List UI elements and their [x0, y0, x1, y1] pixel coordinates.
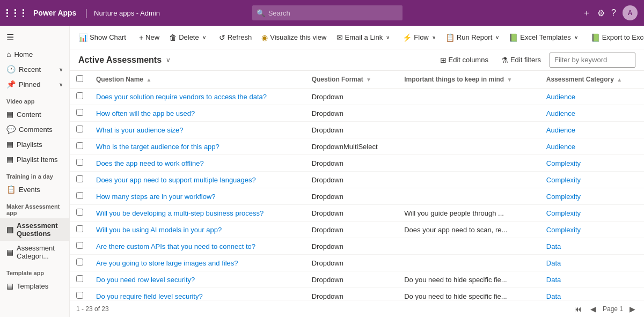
email-link-button[interactable]: ✉ Email a Link ∨ [332, 31, 394, 45]
question-name-link-4[interactable]: Does the app need to work offline? [96, 159, 204, 167]
col-question-format[interactable]: Question Format ▼ [305, 71, 398, 89]
category-link-11[interactable]: Data [546, 276, 561, 284]
row-check-9[interactable] [76, 242, 83, 249]
row-check-1[interactable] [76, 109, 83, 116]
row-checkbox-5[interactable] [70, 172, 90, 188]
question-name-link-12[interactable]: Do you require field level security? [96, 292, 203, 300]
col-question-name[interactable]: Question Name ▲ [90, 71, 305, 89]
top-bar-actions: ＋ ⚙ ? A [582, 5, 638, 20]
sidebar-item-playlists[interactable]: ▤ Playlists [0, 137, 69, 152]
category-link-6[interactable]: Complexity [546, 193, 581, 201]
question-name-link-11[interactable]: Do you need row level security? [96, 276, 195, 284]
settings-icon[interactable]: ⚙ [597, 8, 605, 18]
new-button[interactable]: + New [135, 31, 164, 45]
row-check-6[interactable] [76, 192, 83, 199]
view-title-caret-icon[interactable]: ∨ [166, 56, 171, 64]
question-format-cell-12: Dropdown [305, 288, 398, 300]
category-link-5[interactable]: Complexity [546, 176, 581, 184]
question-name-link-10[interactable]: Are you going to store large images and … [96, 259, 238, 267]
row-check-3[interactable] [76, 142, 83, 149]
sidebar-item-recent[interactable]: 🕐 Recent ∨ [0, 62, 69, 77]
sidebar-item-assessment-questions[interactable]: ▤ Assessment Questions [0, 218, 69, 241]
category-link-9[interactable]: Data [546, 242, 561, 250]
refresh-button[interactable]: ↺ Refresh [215, 31, 257, 45]
category-link-0[interactable]: Audience [546, 93, 575, 101]
row-checkbox-1[interactable] [70, 105, 90, 122]
category-link-2[interactable]: Audience [546, 126, 575, 134]
category-link-4[interactable]: Complexity [546, 159, 581, 167]
avatar[interactable]: A [623, 5, 638, 20]
row-check-8[interactable] [76, 225, 83, 232]
run-report-label: Run Report [457, 33, 492, 41]
help-icon[interactable]: ? [611, 8, 616, 18]
row-check-7[interactable] [76, 209, 83, 216]
filter-keyword-input[interactable] [550, 53, 635, 68]
prev-page-button[interactable]: ◀ [588, 304, 598, 314]
question-name-link-9[interactable]: Are there custom APIs that you need to c… [96, 242, 255, 250]
select-all-checkbox[interactable] [76, 75, 83, 82]
row-checkbox-3[interactable] [70, 138, 90, 155]
category-link-12[interactable]: Data [546, 292, 561, 300]
row-checkbox-11[interactable] [70, 271, 90, 288]
sidebar-item-content[interactable]: ▤ Content [0, 107, 69, 122]
first-page-button[interactable]: ⏮ [572, 304, 584, 314]
sidebar-item-templates[interactable]: ▤ Templates [0, 278, 69, 293]
question-name-link-3[interactable]: Who is the target audience for this app? [96, 143, 219, 151]
col-assessment-category[interactable]: Assessment Category ▲ [540, 71, 644, 89]
row-checkbox-8[interactable] [70, 222, 90, 238]
visualize-button[interactable]: ◉ Visualize this view [257, 31, 331, 45]
question-name-link-8[interactable]: Will you be using AI models in your app? [96, 226, 222, 234]
category-link-1[interactable]: Audience [546, 109, 575, 117]
question-name-link-0[interactable]: Does your solution require vendors to ac… [96, 93, 267, 101]
hamburger-icon[interactable]: ☰ [0, 28, 69, 47]
edit-filters-button[interactable]: ⚗ Edit filters [497, 54, 545, 67]
row-checkbox-9[interactable] [70, 238, 90, 255]
question-name-link-2[interactable]: What is your audience size? [96, 126, 184, 134]
row-checkbox-2[interactable] [70, 122, 90, 138]
row-check-5[interactable] [76, 175, 83, 182]
delete-button[interactable]: 🗑 Delete ∨ [165, 31, 210, 45]
sidebar-item-comments[interactable]: 💬 Comments [0, 122, 69, 137]
category-cell-12: Data [540, 288, 644, 300]
question-name-link-5[interactable]: Does your app need to support multiple l… [96, 176, 256, 184]
question-name-link-6[interactable]: How many steps are in your workflow? [96, 193, 216, 201]
show-chart-button[interactable]: 📊 Show Chart [74, 31, 130, 45]
row-check-2[interactable] [76, 126, 83, 132]
run-report-button[interactable]: 📋 Run Report ∨ [441, 31, 503, 45]
edit-columns-button[interactable]: ⊞ Edit columns [436, 54, 493, 67]
row-checkbox-0[interactable] [70, 89, 90, 105]
row-checkbox-7[interactable] [70, 205, 90, 222]
select-all-checkbox-header[interactable] [70, 71, 90, 89]
sidebar-item-playlist-items[interactable]: ▤ Playlist Items [0, 152, 69, 167]
question-name-link-1[interactable]: How often will the app be used? [96, 109, 195, 117]
app-grid-icon[interactable] [6, 9, 29, 17]
excel-templates-button[interactable]: 📗 Excel Templates ∨ [504, 31, 582, 45]
sidebar-item-home[interactable]: ⌂ Home [0, 47, 69, 62]
row-checkbox-10[interactable] [70, 255, 90, 271]
row-check-0[interactable] [76, 92, 83, 99]
flow-button[interactable]: ⚡ Flow ∨ [398, 31, 440, 45]
row-checkbox-6[interactable] [70, 188, 90, 205]
category-link-10[interactable]: Data [546, 259, 561, 267]
row-check-12[interactable] [76, 292, 83, 299]
row-check-10[interactable] [76, 259, 83, 266]
sidebar-item-events[interactable]: 📋 Events [0, 182, 69, 197]
sidebar-item-label: Assessment Questions [17, 222, 63, 238]
category-link-3[interactable]: Audience [546, 143, 575, 151]
search-box[interactable]: 🔍 [252, 5, 402, 20]
row-check-11[interactable] [76, 275, 83, 282]
next-page-button[interactable]: ▶ [627, 304, 638, 314]
category-link-7[interactable]: Complexity [546, 209, 581, 217]
sidebar-item-assessment-categories[interactable]: ▤ Assessment Categori... [0, 241, 69, 263]
row-check-4[interactable] [76, 159, 83, 166]
sidebar-item-pinned[interactable]: 📌 Pinned ∨ [0, 77, 69, 92]
col-important-things[interactable]: Important things to keep in mind ▼ [398, 71, 540, 89]
search-input[interactable] [268, 9, 398, 17]
row-checkbox-12[interactable] [70, 288, 90, 300]
export-excel-button[interactable]: 📗 Export to Excel ∨ [587, 31, 644, 45]
important-things-cell-12: Do you need to hide specific fie... [398, 288, 540, 300]
row-checkbox-4[interactable] [70, 155, 90, 172]
category-link-8[interactable]: Complexity [546, 226, 581, 234]
question-name-link-7[interactable]: Will you be developing a multi-step busi… [96, 209, 264, 217]
add-icon[interactable]: ＋ [582, 8, 591, 19]
